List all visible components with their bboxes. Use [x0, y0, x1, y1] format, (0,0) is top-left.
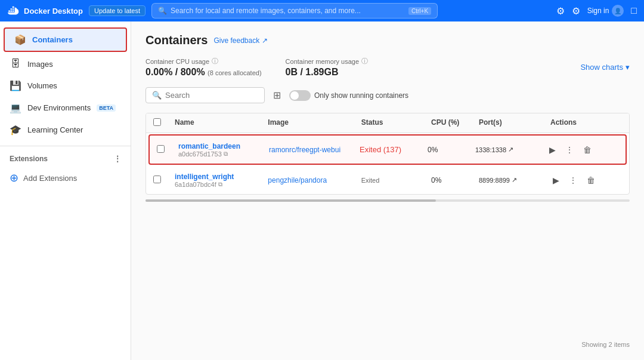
topbar: Docker Desktop Update to latest 🔍 Search…: [0, 0, 644, 21]
search-icon: 🔍: [158, 7, 167, 15]
image-link-2[interactable]: pengzhile/pandora: [268, 176, 327, 184]
containers-icon: 📦: [14, 34, 26, 45]
sidebar-item-learning-center[interactable]: 🎓 Learning Center: [0, 119, 131, 141]
more-button-2[interactable]: ⋮: [566, 173, 580, 187]
feedback-link[interactable]: Give feedback ↗: [213, 36, 267, 45]
grid-view-icon[interactable]: ⊞: [271, 87, 283, 103]
container-name-link-2[interactable]: intelligent_wright: [175, 173, 234, 181]
svg-rect-2: [13, 10, 14, 11]
topbar-right: ⚙ ⚙ Sign in 👤 □: [556, 5, 637, 17]
name-header: Name: [175, 118, 268, 128]
settings-icon[interactable]: ⚙: [556, 5, 565, 17]
signin-button[interactable]: Sign in 👤: [587, 5, 624, 17]
toolbar: 🔍 ⊞ Only show running containers: [145, 87, 630, 103]
checkbox-header: [153, 118, 175, 128]
show-charts-button[interactable]: Show charts ▾: [580, 63, 630, 72]
delete-button-1[interactable]: 🗑: [581, 143, 594, 157]
row-checkbox-1: [157, 145, 178, 155]
select-all-checkbox[interactable]: [153, 118, 161, 126]
actions-cell-1: ▶ ⋮ 🗑: [547, 143, 618, 157]
sidebar-item-images[interactable]: 🗄 Images: [0, 53, 131, 75]
container-search-box[interactable]: 🔍: [145, 87, 265, 103]
memory-value: 0B / 1.89GB: [286, 67, 369, 78]
port-cell-1: 1338:1338 ↗: [475, 146, 547, 153]
actions-header: Actions: [550, 118, 622, 128]
chevron-down-icon: ▾: [626, 63, 630, 72]
toggle-knob: [290, 91, 299, 100]
showing-label: Showing 2 items: [581, 341, 630, 348]
port-cell-2: 8899:8899 ↗: [479, 176, 550, 184]
ports-header: Port(s): [479, 118, 550, 128]
global-search-bar[interactable]: 🔍 Search for local and remote images, co…: [151, 3, 438, 19]
svg-rect-0: [8, 10, 10, 11]
search-input[interactable]: [165, 91, 258, 100]
footer-bar: Showing 2 items: [145, 335, 630, 348]
sidebar-divider: [0, 146, 131, 146]
table-row: intelligent_wright 6a1da07bdc4f ⧉ pengzh…: [146, 166, 629, 194]
learning-icon: 🎓: [10, 124, 21, 136]
container-id-2: 6a1da07bdc4f ⧉: [175, 181, 268, 188]
copy-icon-2[interactable]: ⧉: [218, 181, 222, 188]
delete-button-2[interactable]: 🗑: [584, 173, 597, 187]
status-cell-1: Exited (137): [360, 145, 428, 154]
containers-table: Name Image Status CPU (%) Port(s) Action…: [145, 113, 630, 195]
scrollbar-thumb: [145, 199, 436, 202]
svg-rect-4: [13, 8, 14, 10]
sidebar-item-dev-environments[interactable]: 💻 Dev Environments BETA: [0, 97, 131, 119]
image-link-1[interactable]: ramonrc/freegpt-webui: [269, 146, 340, 154]
container-name-link-1[interactable]: romantic_bardeen: [178, 142, 240, 150]
search-kbd: Ctrl+K: [408, 7, 431, 15]
docker-icon: [7, 4, 20, 17]
svg-rect-3: [11, 8, 13, 10]
update-button[interactable]: Update to latest: [89, 5, 145, 16]
sidebar-item-volumes[interactable]: 💾 Volumes: [0, 75, 131, 97]
row-2-checkbox[interactable]: [153, 176, 161, 183]
image-header: Image: [268, 118, 361, 128]
svg-rect-5: [13, 7, 14, 8]
running-toggle[interactable]: [289, 90, 311, 101]
avatar: 👤: [612, 5, 624, 17]
window-icon[interactable]: □: [631, 5, 637, 16]
stats-row: Container CPU usage ⓘ 0.00% / 800% (8 co…: [145, 57, 630, 78]
image-cell-2: pengzhile/pandora: [268, 176, 361, 184]
more-button-1[interactable]: ⋮: [563, 143, 576, 157]
actions-cell-2: ▶ ⋮ 🗑: [550, 173, 622, 187]
cpu-sub: (8 cores allocated): [208, 69, 262, 76]
cpu-cell-2: 0%: [431, 176, 479, 184]
status-header: Status: [361, 118, 431, 128]
brand-logo: Docker Desktop: [7, 4, 83, 17]
svg-rect-1: [11, 10, 13, 11]
cpu-cell-1: 0%: [428, 146, 475, 154]
play-button-1[interactable]: ▶: [547, 143, 558, 157]
play-button-2[interactable]: ▶: [550, 173, 562, 187]
page-header: Containers Give feedback ↗: [145, 33, 630, 47]
main-layout: 📦 Containers 🗄 Images 💾 Volumes 💻 Dev En…: [0, 21, 644, 360]
copy-icon-1[interactable]: ⧉: [224, 150, 228, 158]
sidebar-item-containers[interactable]: 📦 Containers: [4, 27, 127, 52]
running-toggle-container: Only show running containers: [289, 90, 408, 101]
dev-env-icon: 💻: [10, 102, 21, 113]
cpu-stat: Container CPU usage ⓘ 0.00% / 800% (8 co…: [145, 57, 262, 78]
row-checkbox-2: [153, 176, 175, 185]
table-row: romantic_bardeen a0dc675d1753 ⧉ ramonrc/…: [148, 134, 627, 165]
more-icon[interactable]: ⋮: [114, 155, 121, 163]
scrollbar[interactable]: [145, 199, 630, 202]
page-title: Containers: [145, 33, 208, 47]
add-icon: ⊕: [10, 171, 18, 184]
status-cell-2: Exited: [361, 177, 431, 184]
volumes-icon: 💾: [10, 80, 21, 91]
search-icon: 🔍: [152, 91, 162, 100]
table-header: Name Image Status CPU (%) Port(s) Action…: [146, 113, 629, 133]
add-extensions-button[interactable]: ⊕ Add Extensions: [0, 167, 131, 189]
port-external-link-1[interactable]: ↗: [508, 146, 513, 153]
gear-icon[interactable]: ⚙: [572, 5, 580, 17]
sidebar: 📦 Containers 🗄 Images 💾 Volumes 💻 Dev En…: [0, 21, 131, 360]
port-external-link-2[interactable]: ↗: [512, 176, 517, 184]
image-cell-1: ramonrc/freegpt-webui: [269, 145, 360, 154]
row-1-checkbox[interactable]: [157, 145, 165, 153]
memory-stat: Container memory usage ⓘ 0B / 1.89GB: [286, 57, 369, 78]
container-name-cell-2: intelligent_wright 6a1da07bdc4f ⧉: [175, 172, 268, 188]
cpu-info-icon: ⓘ: [212, 57, 218, 66]
cpu-header: CPU (%): [431, 118, 479, 128]
container-name-cell-1: romantic_bardeen a0dc675d1753 ⧉: [178, 141, 269, 158]
